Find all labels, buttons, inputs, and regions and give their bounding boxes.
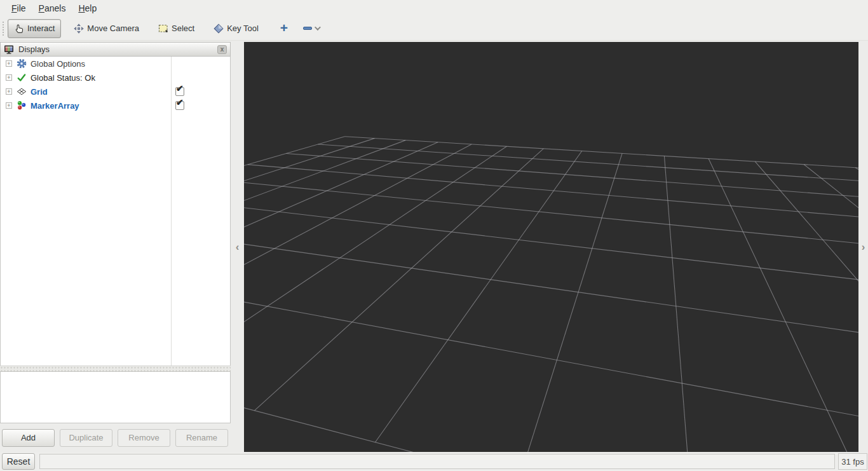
add-tool-button[interactable]: + [280,24,288,32]
toolbar: Interact Move Camera Select Key Tool + [0,17,868,41]
interact-tool-label: Interact [27,24,55,33]
expand-icon[interactable]: + [6,74,12,81]
fps-counter: 31 fps [838,453,867,470]
duplicate-button[interactable]: Duplicate [60,429,112,447]
tree-row-global-status[interactable]: + Global Status: Ok [1,71,230,85]
tree-row-global-options[interactable]: + Global Options [1,57,230,71]
select-tool-label: Select [172,24,194,33]
collapse-right-icon[interactable]: › [862,242,865,252]
displays-panel: Displays x + Global Options + Global Sta… [0,42,231,447]
chevron-down-icon[interactable] [315,24,321,31]
displays-panel-title: Displays [18,44,217,54]
display-description-box [0,371,231,423]
check-icon [17,72,27,83]
hand-pointer-icon [14,24,24,34]
menu-bar: File Panels Help [0,0,868,17]
select-tool-button[interactable]: Select [152,19,201,38]
gear-icon [17,58,27,69]
displays-panel-titlebar[interactable]: Displays x [0,42,231,57]
tree-label-global-status: Global Status: Ok [31,73,95,83]
expand-icon[interactable]: + [6,60,12,67]
tree-label-markerarray: MarkerArray [31,101,79,111]
remove-button[interactable]: Remove [118,429,170,447]
monitor-icon [4,44,14,55]
3d-viewport[interactable] [244,42,858,452]
toolbar-drag-handle[interactable] [2,20,5,37]
key-tool-button[interactable]: Key Tool [207,19,265,38]
menu-panels[interactable]: Panels [32,1,72,15]
displays-action-buttons: Add Duplicate Remove Rename [2,429,231,447]
status-message-area [39,454,835,469]
right-splitter[interactable]: › [858,42,868,452]
tree-label-grid: Grid [31,87,48,97]
status-bar: Reset 31 fps [0,453,868,471]
grid-visibility-checkbox[interactable]: ✔ [175,87,184,96]
move-camera-tool-button[interactable]: Move Camera [67,19,146,38]
key-diamond-icon [214,24,224,34]
add-button[interactable]: Add [2,429,55,447]
move-arrows-icon [74,24,84,34]
checkmark-icon: ✔ [176,97,184,107]
menu-file[interactable]: File [5,1,32,15]
rename-button[interactable]: Rename [175,429,228,447]
grid-icon [17,86,27,97]
panel-splitter-handle[interactable] [0,365,231,371]
menu-help[interactable]: Help [72,1,103,15]
displays-tree: + Global Options + Global Status: Ok + [0,57,231,365]
tree-row-markerarray[interactable]: + MarkerArray ✔ [1,99,230,113]
markerarray-visibility-checkbox[interactable]: ✔ [175,101,184,110]
checkmark-icon: ✔ [176,83,184,93]
key-tool-label: Key Tool [227,24,259,33]
close-icon[interactable]: x [217,45,227,54]
markers-icon [17,100,27,111]
move-camera-tool-label: Move Camera [87,24,139,33]
minus-icon [303,27,312,30]
left-splitter[interactable]: ‹ [231,42,244,452]
collapse-left-icon[interactable]: ‹ [236,242,240,252]
expand-icon[interactable]: + [6,102,12,109]
selection-box-icon [158,24,168,34]
interact-tool-button[interactable]: Interact [8,19,61,38]
ground-grid [244,42,858,452]
expand-icon[interactable]: + [6,88,12,95]
tree-row-grid[interactable]: + Grid ✔ [1,85,230,99]
tree-label-global-options: Global Options [31,59,85,69]
remove-tool-button[interactable] [303,26,319,31]
reset-button[interactable]: Reset [2,453,35,470]
